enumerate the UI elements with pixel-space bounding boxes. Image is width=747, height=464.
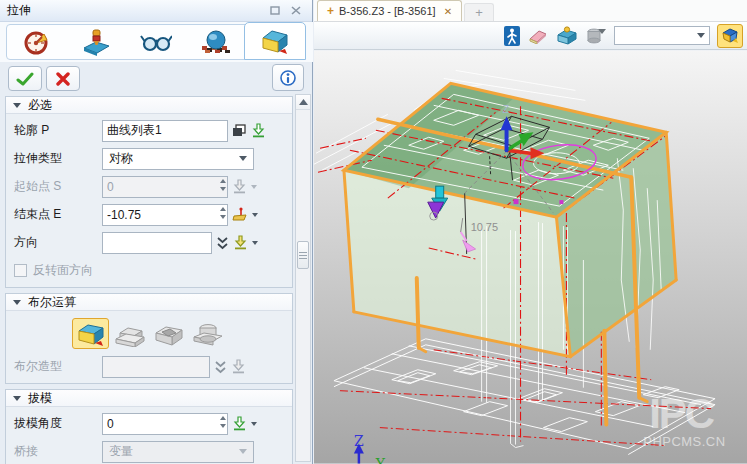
green-download-arrow-icon[interactable] [251,123,266,138]
extrude-icon [259,27,291,55]
bridge-select[interactable]: 变量 [102,441,254,463]
triad-z-label: Z [503,103,510,115]
svg-text:PHPCMS.CN: PHPCMS.CN [643,434,725,449]
start-point-input[interactable] [102,176,228,198]
bridge-row: 桥接 变量 [14,440,284,463]
section-required-header[interactable]: 必选 [6,97,292,114]
draft-angle-input[interactable] [102,413,228,435]
stamp-icon [81,28,111,56]
tab-close-icon[interactable]: ✕ [444,6,452,17]
isometric-view-button[interactable] [717,24,743,48]
direction-row: 方向 [14,231,284,254]
spinner-icon[interactable] [220,416,226,428]
profile-input[interactable] [102,120,228,142]
profile-label: 轮廓 P [14,122,102,139]
dropdown-icon[interactable] [251,422,257,426]
collapse-arrow-icon [13,300,21,305]
dropdown-icon[interactable] [252,241,258,245]
section-draft-header[interactable]: 拔模 [6,390,292,407]
section-required: 必选 轮廓 P 拉伸类型 对称 [5,96,293,288]
pick-solid-icon[interactable] [556,26,578,45]
gauge-icon [22,28,52,56]
eraser-icon[interactable] [528,28,548,44]
section-boolean: 布尔运算 [5,293,293,384]
close-icon[interactable] [287,3,305,18]
ok-button[interactable] [8,66,42,91]
tab-stamp[interactable] [67,25,127,59]
viewport-3d[interactable]: IPC PHPCMS.CN [314,50,747,464]
end-point-label: 结束点 E [14,206,102,223]
extrude-dialog: 拉伸 [0,0,313,464]
bridge-label: 桥接 [14,443,102,460]
gray-download-arrow-icon [232,179,247,194]
section-boolean-header[interactable]: 布尔运算 [6,294,292,311]
info-button[interactable] [272,64,304,91]
boolean-intersect-button[interactable] [189,318,226,349]
cancel-button[interactable] [46,66,80,91]
dropdown-icon[interactable] [252,213,258,217]
filter-icon[interactable] [586,27,606,45]
olive-download-arrow-icon[interactable] [233,235,248,250]
isometric-view-icon [721,27,739,44]
restore-icon[interactable] [266,3,284,18]
scroll-up-icon[interactable] [296,95,310,110]
tab-gauge[interactable] [7,25,67,59]
extrude-type-label: 拉伸类型 [14,150,102,167]
reverse-face-checkbox[interactable] [14,264,27,277]
profile-row: 轮廓 P [14,119,284,142]
direction-input[interactable] [102,232,212,254]
double-chevron-down-icon[interactable] [216,236,229,250]
dialog-actions [0,62,313,94]
intersect-icon [192,321,224,347]
application-window: 拉伸 [0,0,747,464]
boolean-shape-input[interactable] [102,356,210,378]
reverse-face-row: 反转面方向 [14,259,284,282]
tab-extrude[interactable] [244,22,306,60]
hand-pin-icon[interactable] [232,207,248,222]
green-download-arrow-icon[interactable] [232,416,247,431]
draft-angle-row: 拔模角度 [14,412,284,435]
boolean-base-button[interactable] [72,318,109,349]
walk-person-icon[interactable] [504,26,520,46]
tab-sphere[interactable] [186,25,246,59]
end-point-row: 结束点 E [14,203,284,226]
dropdown-icon [697,33,705,38]
start-point-label: 起始点 S [14,178,102,195]
axis-y-label: Y [375,456,386,464]
gray-download-arrow-icon [231,359,246,374]
collapse-arrow-icon [13,103,21,108]
new-tab-button[interactable]: + [464,3,494,21]
document-tabbar: + B-356.Z3 - [B-3561] ✕ + [314,0,747,22]
section-draft: 拔模 拔模角度 桥接 变量 [5,389,293,464]
check-icon [16,72,34,86]
cross-icon [56,72,70,86]
collapse-arrow-icon [13,396,21,401]
document-tab-active[interactable]: + B-356.Z3 - [B-3561] ✕ [317,0,462,21]
document-tab-title: B-356.Z3 - [B-3561] [339,5,436,17]
boolean-remove-button[interactable] [150,318,187,349]
spinner-icon[interactable] [220,207,226,219]
boolean-add-button[interactable] [111,318,148,349]
copy-squares-icon[interactable] [232,124,247,138]
dialog-body: 必选 轮廓 P 拉伸类型 对称 [0,94,313,464]
start-point-row: 起始点 S [14,175,284,198]
end-point-input[interactable] [102,204,228,226]
dialog-titlebar[interactable]: 拉伸 [0,0,312,22]
spinner-icon[interactable] [220,179,226,191]
dropdown-icon [239,449,247,454]
dialog-title: 拉伸 [7,2,263,19]
filter-combo[interactable] [614,26,710,45]
dialog-tool-tabstrip [0,22,313,62]
viewport-toolbar [314,22,747,50]
scrollbar-thumb[interactable] [297,241,309,269]
extrude-type-select[interactable]: 对称 [102,148,254,170]
tab-glasses[interactable] [126,25,186,59]
tab-plus-icon: + [327,4,334,18]
glasses-icon [140,28,172,56]
info-icon [280,70,296,86]
extrude-base-icon [76,321,106,347]
double-chevron-down-icon [214,360,227,374]
sphere-icon [200,28,232,56]
panel-scrollbar[interactable] [295,94,311,462]
extrude-type-row: 拉伸类型 对称 [14,147,284,170]
